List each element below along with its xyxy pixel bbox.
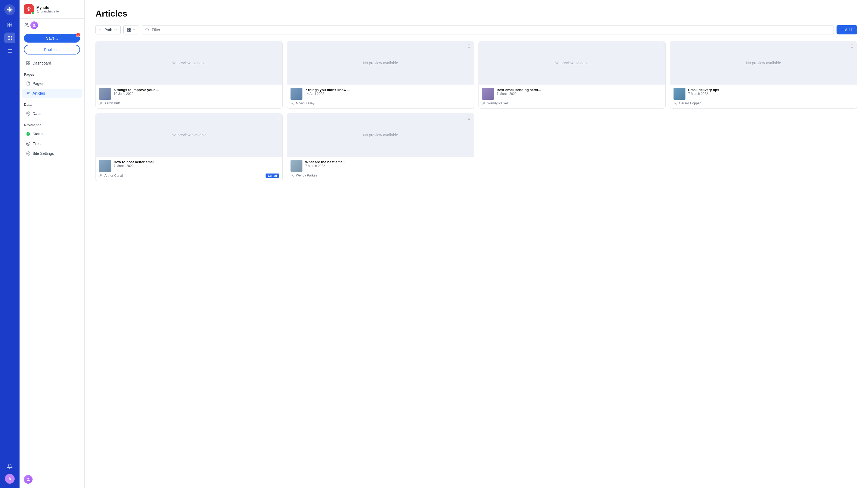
user-avatar-sidebar[interactable]: [30, 22, 38, 29]
view-toggle-button[interactable]: [123, 25, 139, 34]
svg-point-78: [277, 117, 277, 117]
sort-button[interactable]: Path: [95, 25, 121, 34]
developer-section: Developer: [20, 119, 84, 129]
svg-point-61: [469, 46, 470, 46]
card-author-row: Gerard Hopper: [674, 101, 854, 105]
users-group-icon: [24, 23, 29, 28]
svg-rect-46: [127, 30, 129, 31]
sidebar-item-dashboard[interactable]: Dashboard: [22, 59, 82, 67]
svg-rect-6: [8, 23, 10, 25]
svg-point-81: [278, 117, 278, 117]
svg-point-51: [277, 46, 277, 46]
card-date: 7 March 2022: [114, 164, 279, 168]
article-card[interactable]: No preview available Email delivery tips…: [670, 41, 857, 109]
card-thumbnail: [290, 88, 303, 100]
main-content: Articles Path: [85, 0, 868, 488]
drag-handle[interactable]: [658, 44, 663, 50]
sort-label: Path: [104, 28, 112, 32]
sidebar-item-articles[interactable]: Articles: [22, 89, 82, 98]
card-date: 7 March 2022: [688, 92, 854, 96]
articles-icon: [26, 91, 30, 95]
edited-badge: Edited: [266, 173, 279, 178]
toolbar: Path + Add: [95, 25, 857, 34]
card-thumbnail: [290, 160, 303, 172]
svg-point-60: [469, 44, 470, 45]
card-text: How to host better email... 7 March 2022: [114, 160, 279, 168]
settings-icon: [26, 151, 30, 156]
article-card[interactable]: No preview available How to host better …: [95, 113, 283, 182]
site-branch: branched-site: [36, 10, 80, 13]
user-avatar-bottom[interactable]: A: [5, 474, 14, 484]
card-author-row: Wendy Parkes: [482, 101, 662, 105]
users-icon[interactable]: [4, 20, 15, 30]
bell-icon[interactable]: [4, 461, 15, 472]
dashboard-icon: [26, 61, 30, 65]
author-name: Miyah Kelley: [296, 101, 314, 105]
svg-point-23: [38, 12, 39, 13]
pages-icon: [26, 82, 30, 86]
svg-point-18: [11, 39, 12, 40]
no-preview-text: No preview available: [172, 133, 207, 137]
sidebar-item-settings[interactable]: Site Settings: [22, 149, 82, 158]
drag-handle[interactable]: [467, 116, 471, 122]
grid-nav-icon[interactable]: [4, 33, 15, 43]
card-text: What are the best email ... 7 March 2022: [305, 160, 471, 168]
publish-button[interactable]: Publish...: [24, 45, 80, 55]
author-icon: [290, 173, 294, 177]
svg-point-90: [469, 119, 470, 120]
svg-point-48: [146, 28, 149, 31]
save-badge: 1: [76, 32, 81, 37]
author-name: Aaron Britt: [104, 101, 120, 105]
add-button[interactable]: + Add: [837, 25, 857, 34]
svg-rect-22: [28, 9, 30, 11]
card-main-row: Email delivery tips 7 March 2022: [674, 88, 854, 100]
current-user-avatar[interactable]: [24, 475, 33, 484]
svg-point-83: [278, 119, 278, 120]
card-info: Best email sending servi... 7 March 2022…: [479, 85, 665, 108]
article-card[interactable]: No preview available What are the best e…: [287, 113, 474, 182]
card-preview: No preview available: [287, 113, 474, 157]
drag-handle[interactable]: [275, 116, 280, 122]
save-button[interactable]: Save... 1: [24, 34, 80, 42]
svg-point-87: [468, 119, 469, 120]
sidebar-item-data[interactable]: Data: [22, 109, 82, 118]
drag-handle[interactable]: [467, 44, 471, 50]
site-info: My site branched-site: [36, 5, 80, 13]
sidebar-item-pages[interactable]: Pages: [22, 79, 82, 88]
view-grid-icon: [127, 28, 131, 32]
sidebar-item-status[interactable]: Status: [22, 130, 82, 138]
drag-handle[interactable]: [275, 44, 280, 50]
card-preview: No preview available: [96, 41, 282, 85]
card-date: 14 April 2022: [305, 92, 471, 96]
app-logo[interactable]: [4, 4, 15, 15]
article-card[interactable]: No preview available 7 things you didn't…: [287, 41, 474, 109]
svg-point-15: [11, 37, 12, 38]
svg-point-85: [468, 117, 469, 117]
svg-rect-45: [129, 28, 131, 30]
card-author-row: Wendy Parkes: [290, 173, 471, 177]
svg-point-2: [9, 7, 10, 8]
article-card[interactable]: No preview available 5 things to improve…: [95, 41, 283, 109]
svg-rect-7: [10, 23, 12, 25]
card-main-row: Best email sending servi... 7 March 2022: [482, 88, 662, 100]
card-thumbnail: [674, 88, 685, 100]
svg-point-3: [9, 11, 10, 12]
svg-point-77: [675, 102, 676, 103]
svg-point-66: [660, 47, 660, 48]
card-title: 5 things to improve your ...: [114, 88, 279, 92]
sidebar-header: My site branched-site: [20, 0, 84, 19]
data-icon[interactable]: [4, 45, 15, 56]
card-info: How to host better email... 7 March 2022…: [96, 157, 282, 181]
no-preview-text: No preview available: [363, 133, 398, 137]
sidebar-actions: Save... 1 Publish...: [20, 32, 84, 57]
svg-point-88: [469, 117, 470, 117]
svg-point-28: [25, 23, 27, 25]
svg-point-69: [661, 47, 661, 48]
filter-input[interactable]: [142, 25, 834, 34]
article-card[interactable]: No preview available Best email sending …: [478, 41, 665, 109]
card-info: Email delivery tips 7 March 2022 Gerard …: [670, 85, 857, 108]
svg-point-64: [660, 44, 660, 45]
sidebar-item-files[interactable]: Files: [22, 139, 82, 148]
drag-handle[interactable]: [850, 44, 854, 50]
site-name: My site: [36, 5, 80, 10]
